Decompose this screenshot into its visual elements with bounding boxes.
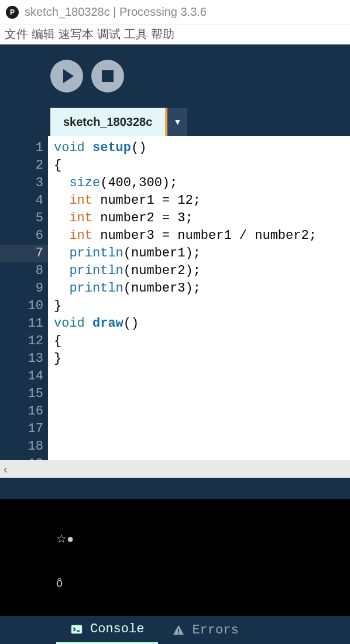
menu-help[interactable]: 帮助 xyxy=(151,26,174,42)
console-divider[interactable] xyxy=(0,478,350,499)
h-scrollbar[interactable]: ‹ xyxy=(0,460,350,478)
tab-errors[interactable]: Errors xyxy=(158,616,252,644)
console-output: ☆● ô xyxy=(0,499,350,616)
titlebar: P sketch_180328c | Processing 3.3.6 xyxy=(0,0,350,25)
line-number: 7 xyxy=(0,245,48,262)
menu-file[interactable]: 文件 xyxy=(5,26,28,42)
line-number: 14 xyxy=(0,368,43,385)
line-gutter: 12345678910111213141516171819 xyxy=(0,136,48,460)
svg-rect-1 xyxy=(179,629,180,632)
svg-rect-2 xyxy=(179,633,180,634)
line-number: 3 xyxy=(0,174,43,192)
code-line[interactable]: { xyxy=(54,333,344,350)
menu-edit[interactable]: 编辑 xyxy=(32,26,55,42)
code-line[interactable]: } xyxy=(54,297,344,315)
window-title: sketch_180328c | Processing 3.3.6 xyxy=(25,5,207,19)
console-symbol-2: ô xyxy=(56,576,63,590)
run-button[interactable] xyxy=(50,60,83,93)
warning-icon xyxy=(172,624,185,636)
toolbar xyxy=(0,44,350,108)
code-line[interactable]: int number2 = 3; xyxy=(54,210,344,227)
line-number: 13 xyxy=(0,350,43,368)
menubar: 文件 编辑 速写本 调试 工具 帮助 xyxy=(0,25,350,44)
code-line[interactable]: println(number1); xyxy=(54,245,344,262)
stop-icon xyxy=(102,70,114,82)
terminal-icon xyxy=(70,623,83,636)
code-line[interactable]: int number3 = number1 / number2; xyxy=(54,227,344,245)
sketch-tab[interactable]: sketch_180328c xyxy=(50,108,167,136)
svg-rect-0 xyxy=(71,625,82,633)
line-number: 11 xyxy=(0,315,43,333)
tab-row: sketch_180328c ▼ xyxy=(0,108,350,136)
line-number: 6 xyxy=(0,227,43,245)
play-icon xyxy=(63,69,74,83)
line-number: 10 xyxy=(0,297,43,315)
code-editor[interactable]: 12345678910111213141516171819 void setup… xyxy=(0,136,350,460)
stop-button[interactable] xyxy=(91,60,124,93)
line-number: 5 xyxy=(0,210,43,227)
code-line[interactable]: } xyxy=(54,350,344,368)
line-number: 4 xyxy=(0,192,43,210)
code-line[interactable]: println(number2); xyxy=(54,262,344,280)
menu-tools[interactable]: 工具 xyxy=(124,26,147,42)
tab-console[interactable]: Console xyxy=(56,616,158,644)
tab-dropdown[interactable]: ▼ xyxy=(167,108,187,136)
code-line[interactable]: int number1 = 12; xyxy=(54,192,344,210)
menu-sketch[interactable]: 速写本 xyxy=(59,26,94,42)
line-number: 2 xyxy=(0,157,43,174)
tab-errors-label: Errors xyxy=(192,623,238,638)
line-number: 18 xyxy=(0,438,43,455)
code-line[interactable]: void setup() xyxy=(54,139,344,157)
line-number: 16 xyxy=(0,403,43,420)
app-icon: P xyxy=(6,6,19,19)
scroll-left-icon[interactable]: ‹ xyxy=(4,463,8,476)
code-line[interactable]: { xyxy=(54,157,344,174)
line-number: 1 xyxy=(0,139,43,157)
menu-debug[interactable]: 调试 xyxy=(97,26,121,42)
console-symbol-1: ☆● xyxy=(56,532,74,546)
code-area[interactable]: void setup(){ size(400,300); int number1… xyxy=(48,136,350,460)
code-line[interactable]: size(400,300); xyxy=(54,174,344,192)
line-number: 9 xyxy=(0,280,43,297)
line-number: 12 xyxy=(0,333,43,350)
code-line[interactable]: println(number3); xyxy=(54,280,344,297)
line-number: 17 xyxy=(0,420,43,438)
line-number: 8 xyxy=(0,262,43,280)
bottom-tabs: Console Errors xyxy=(0,616,350,644)
tab-console-label: Console xyxy=(90,622,144,636)
code-line[interactable]: void draw() xyxy=(54,315,344,333)
line-number: 15 xyxy=(0,385,43,403)
